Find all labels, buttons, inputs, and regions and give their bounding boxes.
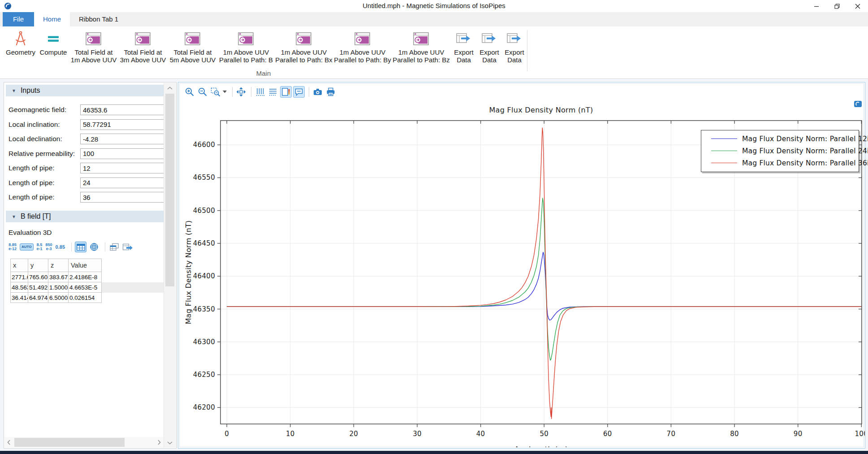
precision-button-auto[interactable]: AUTO <box>20 243 34 251</box>
ribbon-button-1m-above-uuv-parallel-to-path-by[interactable]: 1m Above UUV Parallel to Path: By <box>333 29 392 64</box>
ribbon-button-compute[interactable]: Compute <box>38 29 69 56</box>
tooltip-toggle-icon[interactable] <box>293 86 305 98</box>
ribbon-button-total-field-at-3m-above-uuv[interactable]: Total Field at 3m Above UUV <box>118 29 168 64</box>
ribbon-button-label: 1m Above UUV Parallel to Path: By <box>334 48 391 64</box>
table-row[interactable]: 2771.6765.60383.672.4186E-8 <box>11 272 166 282</box>
x-tick-label: 90 <box>794 430 803 438</box>
toolbar-separator <box>251 87 251 97</box>
geometry-icon <box>12 29 29 48</box>
ribbon-button-label: Total Field at 3m Above UUV <box>120 48 166 64</box>
scrollbar-thumb[interactable] <box>165 94 174 286</box>
plot-window-icon <box>86 29 102 48</box>
zoom-box-icon[interactable] <box>210 86 221 98</box>
chart-title: Mag Flux Density Norm (nT) <box>489 106 593 114</box>
table-cell: 4.6653E-5 <box>69 282 102 293</box>
vertical-scrollbar[interactable] <box>164 83 176 448</box>
dropdown-caret-icon[interactable] <box>223 91 227 93</box>
bfield-section-header[interactable]: ▼ B field [T] <box>6 211 164 222</box>
scroll-up-icon[interactable] <box>165 84 174 93</box>
close-icon[interactable] <box>847 0 868 12</box>
comsol-logo-icon <box>854 101 862 109</box>
ribbon-button-label: Compute <box>40 48 67 56</box>
y-tick-label: 46350 <box>193 305 215 313</box>
tab-file[interactable]: File <box>3 12 34 26</box>
table-row[interactable]: 36.41464.9746.50000.026154 <box>11 293 166 303</box>
ribbon-button-export-data[interactable]: Export Data <box>451 29 477 64</box>
zoom-out-icon[interactable] <box>197 86 208 98</box>
export-table-icon[interactable] <box>122 242 134 252</box>
field-label: Relative permeability: <box>9 150 75 158</box>
table-cell: 64.974 <box>28 293 48 303</box>
settings-panel: ▼ Inputs Geomagnetic field:Local inclina… <box>4 82 177 449</box>
ribbon-button-total-field-at-1m-above-uuv[interactable]: Total Field at 1m Above UUV <box>69 29 118 64</box>
tab-home[interactable]: Home <box>34 12 70 26</box>
ribbon-button-1m-above-uuv-parallel-to-path-b[interactable]: 1m Above UUV Parallel to Path: B <box>218 29 274 64</box>
ribbon-group-label: Main <box>0 69 527 77</box>
input-geomagnetic-field-0[interactable] <box>80 104 167 115</box>
scroll-left-icon[interactable] <box>4 438 13 447</box>
evaluation-3d-label: Evaluation 3D <box>9 229 52 237</box>
table-cell: 6.5000 <box>48 293 69 303</box>
plot-window-icon <box>413 29 429 48</box>
restore-icon[interactable] <box>827 0 847 12</box>
legend-line-sample <box>711 151 737 151</box>
y-tick-label: 46200 <box>193 403 215 411</box>
scroll-right-icon[interactable] <box>155 438 164 447</box>
print-icon[interactable] <box>325 86 337 98</box>
input-length-of-pipe-5[interactable] <box>80 177 167 188</box>
table-icon[interactable] <box>75 242 86 252</box>
input-local-inclination-1[interactable] <box>80 119 167 130</box>
table-header-Value[interactable]: Value <box>69 259 102 272</box>
chart-legend: Mag Flux Density Norm: Parallel 12inMag … <box>701 130 859 172</box>
scrollbar-thumb[interactable] <box>14 438 125 447</box>
input-relative-permeability-3[interactable] <box>80 148 167 159</box>
globe-icon[interactable] <box>88 242 100 252</box>
ribbon-button-total-field-at-5m-above-uuv[interactable]: Total Field at 5m Above UUV <box>168 29 218 64</box>
ribbon-button-export-data[interactable]: Export Data <box>477 29 502 64</box>
plot-window-icon <box>135 29 151 48</box>
ribbon: GeometryComputeTotal Field at 1m Above U… <box>0 26 868 79</box>
precision-button-0.85[interactable]: 0.85 <box>56 245 65 250</box>
table-row[interactable]: 48.56351.4921.50004.6653E-5 <box>11 282 166 293</box>
input-length-of-pipe-4[interactable] <box>80 163 167 173</box>
export-icon <box>481 29 497 48</box>
precision-button-8.85e-12[interactable]: 8.85 e-12 <box>9 243 17 251</box>
table-cell-filler <box>102 272 166 282</box>
table-header-x[interactable]: x <box>11 259 28 272</box>
tab-ribbon-tab-1[interactable]: Ribbon Tab 1 <box>70 12 127 26</box>
snapshot-icon[interactable] <box>312 86 324 98</box>
zoom-extents-icon[interactable] <box>235 86 247 98</box>
y-tick-label: 46550 <box>193 173 215 182</box>
ribbon-button-1m-above-uuv-parallel-to-path-bz[interactable]: 1m Above UUV Parallel to Path: Bz <box>392 29 451 64</box>
x-axis-label: Arc length (m) <box>514 445 568 447</box>
table-cell: 765.60 <box>28 272 48 282</box>
inputs-section-header[interactable]: ▼ Inputs <box>6 85 164 96</box>
ribbon-button-export-data[interactable]: Export Data <box>502 29 527 64</box>
ribbon-button-label: Total Field at 5m Above UUV <box>170 48 216 64</box>
zoom-in-icon[interactable] <box>184 86 195 98</box>
x-tick-label: 60 <box>603 430 612 438</box>
table-header-z[interactable]: z <box>48 259 69 272</box>
table-cell-filler <box>102 282 166 293</box>
input-local-declination-2[interactable] <box>80 134 167 144</box>
precision-button-850e-3[interactable]: 850 e-3 <box>46 243 52 251</box>
xy-grid-icon[interactable] <box>267 86 279 98</box>
table-cell: 51.492 <box>28 282 48 293</box>
copy-table-icon[interactable] <box>108 242 120 252</box>
evaluation-table[interactable]: xyzValue2771.6765.60383.672.4186E-848.56… <box>10 259 166 303</box>
horizontal-scrollbar[interactable] <box>4 437 164 448</box>
y-tick-label: 46500 <box>193 207 215 215</box>
ribbon-button-label: Total Field at 1m Above UUV <box>71 48 117 64</box>
minimize-icon[interactable] <box>806 0 827 12</box>
scroll-down-icon[interactable] <box>165 438 174 447</box>
table-header-y[interactable]: y <box>28 259 48 272</box>
bfield-section-label: B field [T] <box>21 212 51 221</box>
ribbon-button-1m-above-uuv-parallel-to-path-bx[interactable]: 1m Above UUV Parallel to Path: Bx <box>274 29 333 64</box>
precision-button-8.5e-1[interactable]: 8.5 e-1 <box>37 243 43 251</box>
ribbon-button-geometry[interactable]: Geometry <box>4 29 38 56</box>
y-grid-icon[interactable] <box>254 86 266 98</box>
legend-toggle-icon[interactable] <box>280 86 292 98</box>
plot-window-icon <box>238 29 254 48</box>
ribbon-button-label: Geometry <box>6 48 35 56</box>
input-length-of-pipe-6[interactable] <box>80 192 167 203</box>
